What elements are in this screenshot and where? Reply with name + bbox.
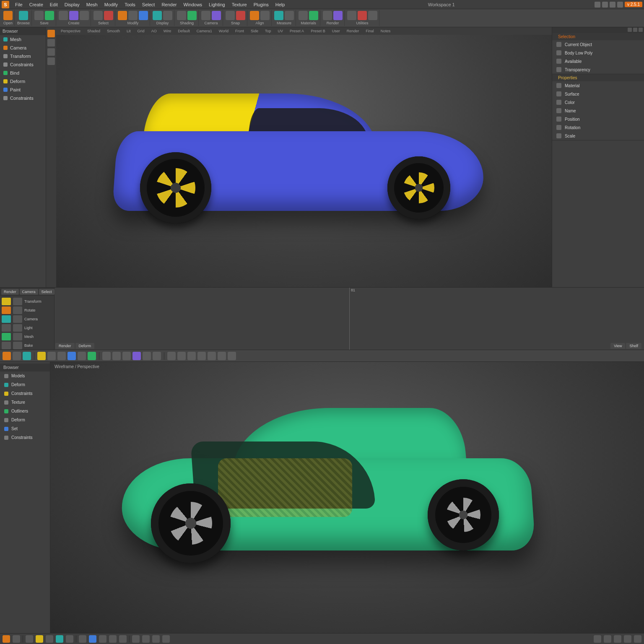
property-row[interactable]: Transparency	[552, 65, 644, 74]
status-icon[interactable]	[56, 635, 63, 643]
toolbar2-icon[interactable]	[132, 352, 141, 360]
lower-leftnav-item[interactable]: Deform	[0, 380, 50, 389]
status-icon[interactable]	[36, 635, 43, 643]
toolbar2-icon[interactable]	[47, 352, 56, 360]
panel-close-icon[interactable]	[639, 28, 643, 32]
leftnav-item-deform[interactable]: Deform	[0, 77, 46, 86]
toolbar2-icon[interactable]	[153, 352, 161, 360]
ribbon-icon[interactable]	[212, 11, 221, 20]
ribbon-icon[interactable]	[80, 11, 89, 20]
ribbon-icon[interactable]	[19, 11, 28, 20]
viewport-tab[interactable]: Notes	[379, 29, 393, 34]
ribbon-icon[interactable]	[299, 11, 308, 20]
timeline-tab[interactable]: Shelf	[626, 343, 641, 349]
toolbar2-icon[interactable]	[177, 352, 186, 360]
toolbar2-icon[interactable]	[187, 352, 196, 360]
vtab-1[interactable]	[47, 30, 55, 37]
menu-windows[interactable]: Windows	[180, 1, 205, 8]
ribbon-icon[interactable]	[153, 11, 162, 20]
channel-toggle[interactable]	[13, 306, 22, 314]
lower-leftnav-item[interactable]: Deform	[0, 415, 50, 424]
channel-icon[interactable]	[2, 315, 11, 323]
leftnav-item-camera[interactable]: Camera	[0, 44, 46, 52]
property-row[interactable]: Body Low Poly	[552, 49, 644, 57]
menu-create[interactable]: Create	[26, 1, 47, 8]
ribbon-icon[interactable]	[3, 11, 13, 20]
ribbon-icon[interactable]	[104, 11, 113, 20]
status-icon[interactable]	[119, 635, 127, 643]
lower-leftnav-item[interactable]: Constraints	[0, 433, 50, 442]
viewport-tab[interactable]: Wire	[161, 29, 174, 34]
menu-texture[interactable]: Texture	[229, 1, 250, 8]
menu-edit[interactable]: Edit	[47, 1, 61, 8]
status-icon-right[interactable]	[634, 635, 641, 643]
menu-display[interactable]: Display	[61, 1, 83, 8]
viewport-tab[interactable]: Perspective	[59, 29, 83, 34]
ribbon-icon[interactable]	[187, 11, 197, 20]
toolbar2-icon[interactable]	[197, 352, 206, 360]
property-row[interactable]: Color	[552, 98, 644, 106]
channel-toggle[interactable]	[13, 315, 22, 323]
channel-toggle[interactable]	[13, 324, 22, 332]
channel-toggle[interactable]	[13, 333, 22, 340]
status-icon-right[interactable]	[594, 635, 601, 643]
ribbon-icon[interactable]	[250, 11, 259, 20]
ribbon-icon[interactable]	[59, 11, 68, 20]
toolbar2-icon[interactable]	[167, 352, 176, 360]
status-icon[interactable]	[66, 635, 73, 643]
panel-pin-icon[interactable]	[628, 28, 632, 32]
ribbon-icon[interactable]	[285, 11, 294, 20]
ribbon-icon[interactable]	[368, 11, 377, 20]
section-selection-header[interactable]: Selection	[552, 33, 644, 40]
vtab-4[interactable]	[47, 57, 55, 65]
ribbon-icon[interactable]	[323, 11, 332, 20]
property-row[interactable]: Current Object	[552, 40, 644, 49]
toolbar2-icon[interactable]	[37, 352, 46, 360]
leftnav-item-bind[interactable]: Bind	[0, 69, 46, 77]
ribbon-icon[interactable]	[274, 11, 283, 20]
menu-tools[interactable]: Tools	[121, 1, 139, 8]
viewport-tab[interactable]: Final	[364, 29, 376, 34]
viewport-tab[interactable]: AO	[149, 29, 159, 34]
toolbar2-icon[interactable]	[3, 352, 11, 360]
lower-leftnav-item[interactable]: Texture	[0, 398, 50, 407]
viewport-tab[interactable]: Side	[249, 29, 260, 34]
toolbar2-icon[interactable]	[13, 352, 21, 360]
status-icon-right[interactable]	[614, 635, 621, 643]
leftnav-item-mesh[interactable]: Mesh	[0, 35, 46, 44]
viewport-tab[interactable]: Preset A	[288, 29, 306, 34]
viewport-tab[interactable]: Render	[345, 29, 361, 34]
lower-leftnav-item[interactable]: Models	[0, 371, 50, 380]
timeline-playhead[interactable]	[349, 288, 350, 350]
status-icon[interactable]	[109, 635, 117, 643]
status-icon[interactable]	[99, 635, 106, 643]
viewport-tab[interactable]: Smooth	[105, 29, 122, 34]
channel-icon[interactable]	[2, 324, 11, 332]
channel-toggle[interactable]	[13, 342, 22, 349]
toolbar2-icon[interactable]	[228, 352, 236, 360]
viewport-tab[interactable]: Default	[176, 29, 192, 34]
toolbar2-icon[interactable]	[88, 352, 96, 360]
menu-modify[interactable]: Modify	[101, 1, 121, 8]
viewport-upper[interactable]	[56, 35, 552, 287]
timeline-tab[interactable]: Deform	[75, 343, 95, 349]
status-icon[interactable]	[13, 635, 20, 643]
toolbar2-icon[interactable]	[68, 352, 76, 360]
minimize-icon[interactable]	[610, 2, 615, 8]
menu-render[interactable]: Render	[158, 1, 180, 8]
toolbar2-icon[interactable]	[218, 352, 226, 360]
viewport-lower[interactable]: Wireframe / Perspective	[50, 362, 644, 633]
property-row[interactable]: Name	[552, 106, 644, 115]
vtab-3[interactable]	[47, 48, 55, 56]
viewport-tab[interactable]: Preset B	[309, 29, 327, 34]
status-icon-right[interactable]	[604, 635, 611, 643]
viewport-tab[interactable]: User	[330, 29, 342, 34]
ribbon-icon[interactable]	[69, 11, 78, 20]
menu-select[interactable]: Select	[139, 1, 158, 8]
viewport-tab[interactable]: UV	[276, 29, 286, 34]
status-icon[interactable]	[152, 635, 160, 643]
viewport-tab[interactable]: World	[217, 29, 231, 34]
ribbon-icon[interactable]	[309, 11, 318, 20]
channel-tab[interactable]: Select	[39, 289, 55, 295]
status-icon-right[interactable]	[624, 635, 631, 643]
